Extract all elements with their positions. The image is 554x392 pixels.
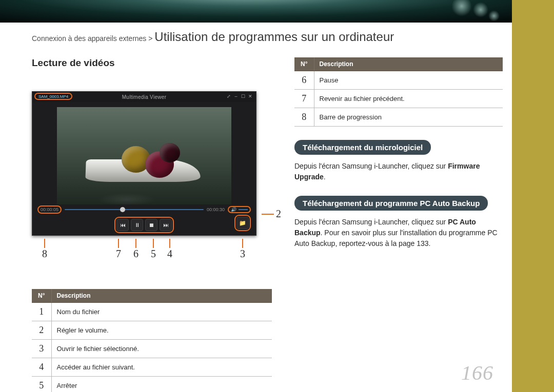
resize-icon[interactable]: ⤢ <box>226 94 231 99</box>
section-color-tab <box>512 0 554 392</box>
progress-knob-icon[interactable] <box>120 207 125 212</box>
row-desc: Nom du fichier <box>51 303 272 321</box>
row-desc: Arrêter <box>51 377 272 393</box>
row-desc: Pause <box>314 71 503 90</box>
section-title-video-playback: Lecture de vidéos <box>32 57 272 69</box>
text: Depuis l'écran Samsung i-Launcher, cliqu… <box>294 162 448 170</box>
callout-label: 8 <box>42 248 47 259</box>
skip-forward-icon: ⏭ <box>163 222 169 228</box>
col-header-num: N° <box>32 289 51 303</box>
progress-bar[interactable] <box>65 208 204 211</box>
bottom-callouts: 8 7 6 5 4 3 <box>32 239 272 270</box>
callout-2: 2 <box>276 208 281 220</box>
lens-flare-decoration <box>473 2 488 17</box>
skip-back-icon: ⏮ <box>120 222 126 228</box>
decorative-header <box>0 0 554 23</box>
text: Depuis l'écran Samsung i-Launcher, cliqu… <box>294 218 448 226</box>
subsection-pill-firmware: Téléchargement du micrologiciel <box>294 140 431 155</box>
row-num: 2 <box>32 321 51 340</box>
row-num: 6 <box>294 71 314 90</box>
transport-button-group: ⏮ ⏸ ⏹ ⏭ <box>114 217 174 233</box>
filename-label: SAM_0003.MP4 <box>34 93 72 100</box>
multimedia-viewer-window: SAM_0003.MP4 Multimedia Viewer ⤢ – ☐ ✕ <box>32 91 256 236</box>
callout-label: 6 <box>133 248 138 259</box>
description-table-right: N° Description 6Pause 7Revenir au fichie… <box>294 57 503 127</box>
row-num: 4 <box>32 358 51 377</box>
row-desc: Accéder au fichier suivant. <box>51 358 272 377</box>
volume-control[interactable]: 🔊 <box>228 206 251 213</box>
open-file-button[interactable]: 📁 <box>234 215 251 231</box>
callout-label: 2 <box>276 208 281 219</box>
paragraph-pc-auto-backup: Depuis l'écran Samsung i-Launcher, cliqu… <box>294 217 503 249</box>
time-elapsed: 00:00:05 <box>37 205 62 214</box>
stop-button[interactable]: ⏹ <box>145 219 157 231</box>
player-controls: 00:00:05 00:00:30 🔊 ⏮ ⏸ <box>32 203 256 235</box>
callout-label: 7 <box>116 248 121 259</box>
previous-button[interactable]: ⏮ <box>116 219 129 231</box>
row-desc: Revenir au fichier précédent. <box>314 90 503 108</box>
row-desc: Ouvrir le fichier sélectionné. <box>51 340 272 358</box>
callout-4: 4 <box>167 239 172 260</box>
callout-label: 5 <box>151 248 156 259</box>
right-column: N° Description 6Pause 7Revenir au fichie… <box>294 57 503 392</box>
lens-flare-decoration <box>488 10 500 22</box>
titlebar: SAM_0003.MP4 Multimedia Viewer ⤢ – ☐ ✕ <box>32 92 256 102</box>
paragraph-firmware: Depuis l'écran Samsung i-Launcher, cliqu… <box>294 161 503 182</box>
speaker-icon: 🔊 <box>231 207 236 212</box>
callout-label: 3 <box>240 248 245 259</box>
callout-label: 4 <box>167 248 172 259</box>
player-figure: 1 2 SAM_0003.MP4 Multimedia Viewer ⤢ – ☐ <box>32 91 272 270</box>
breadcrumb: Connexion à des appareils externes > Uti… <box>32 30 503 44</box>
callout-3: 3 <box>240 239 245 260</box>
minimize-icon[interactable]: – <box>233 94 239 99</box>
row-num: 3 <box>32 340 51 358</box>
left-column: Lecture de vidéos 1 2 SAM_0003.MP4 Multi… <box>32 57 272 392</box>
page-number: 166 <box>461 361 493 385</box>
page-content: Connexion à des appareils externes > Uti… <box>32 30 503 377</box>
time-total: 00:00:30 <box>207 207 225 212</box>
description-table-left: N° Description 1Nom du fichier 2Régler l… <box>32 289 272 392</box>
row-desc: Régler le volume. <box>51 321 272 340</box>
callout-5: 5 <box>151 239 156 260</box>
lens-flare-decoration <box>451 0 472 16</box>
breadcrumb-prefix: Connexion à des appareils externes > <box>32 34 154 43</box>
text: . <box>324 173 326 181</box>
folder-icon: 📁 <box>239 220 246 226</box>
callout-7: 7 <box>116 239 121 260</box>
subsection-pill-pc-auto-backup: Téléchargement du programme PC Auto Back… <box>294 196 488 211</box>
next-button[interactable]: ⏭ <box>160 219 172 231</box>
boat-illustration <box>86 142 201 182</box>
stop-icon: ⏹ <box>149 222 154 228</box>
page-title: Utilisation de programmes sur un ordinat… <box>154 30 394 44</box>
maximize-icon[interactable]: ☐ <box>241 94 246 99</box>
col-header-desc: Description <box>51 289 272 303</box>
pause-button[interactable]: ⏸ <box>131 219 143 231</box>
callout-8: 8 <box>42 239 47 260</box>
col-header-desc: Description <box>314 57 503 71</box>
row-num: 7 <box>294 90 314 108</box>
row-num: 5 <box>32 377 51 393</box>
text: . Pour en savoir plus sur l'installation… <box>294 229 498 247</box>
row-num: 8 <box>294 108 314 127</box>
row-desc: Barre de progression <box>314 108 503 127</box>
close-icon[interactable]: ✕ <box>248 94 253 99</box>
video-frame <box>57 107 231 204</box>
pause-icon: ⏸ <box>134 222 140 228</box>
callout-6: 6 <box>133 239 138 260</box>
row-num: 1 <box>32 303 51 321</box>
col-header-num: N° <box>294 57 314 71</box>
